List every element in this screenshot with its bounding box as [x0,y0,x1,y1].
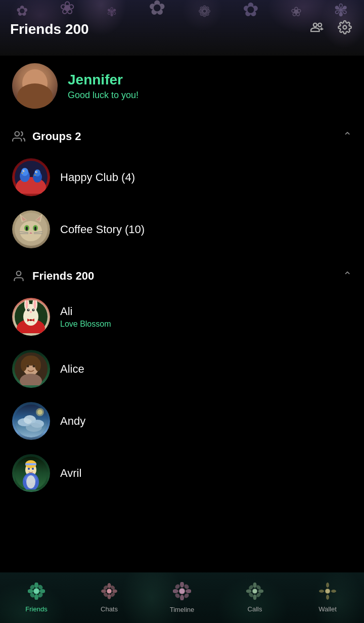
calls-nav-flower [246,583,263,603]
svg-point-76 [28,589,33,593]
add-friend-button[interactable] [308,18,327,40]
svg-point-1 [15,131,19,136]
andy-illustration [15,405,48,437]
nav-chats-label: Chats [101,605,118,613]
svg-point-102 [179,589,185,594]
friends-nav-icon [28,583,45,600]
list-item[interactable]: Andy [0,395,364,447]
timeline-nav-flower [173,582,191,604]
svg-point-99 [184,584,190,590]
friend-ali-avatar [12,298,50,336]
svg-point-84 [108,583,111,588]
svg-point-82 [34,589,39,594]
svg-point-104 [253,583,257,588]
svg-point-49 [21,359,27,371]
svg-point-5 [21,168,28,176]
svg-point-15 [20,221,42,241]
list-item[interactable]: Happy Club (4) [0,151,364,203]
svg-point-87 [112,590,117,593]
svg-point-106 [246,590,252,593]
svg-point-107 [258,590,264,593]
group-coffee-story-avatar [12,210,50,248]
svg-point-75 [34,594,38,600]
list-item[interactable]: Coffee Story (10) [0,203,364,255]
group-coffee-story-info: Coffee Story (10) [60,223,352,236]
friend-avril-name: Avril [60,467,352,480]
bottom-navigation: Friends Chats [0,572,364,623]
svg-point-52 [33,365,35,368]
friends-section-title: Friends 200 [32,270,94,283]
user-status: Good luck to you! [68,90,352,101]
profile-section[interactable]: Jennifer Good luck to you! [0,51,364,124]
svg-point-112 [253,589,257,593]
nav-friends-label: Friends [25,605,47,613]
friend-alice-name: Alice [60,363,352,376]
groups-icon [12,130,25,143]
group-happy-club-avatar [12,158,50,196]
ali-illustration [15,300,48,333]
svg-point-101 [184,593,190,599]
svg-point-86 [101,590,106,593]
svg-point-68 [28,468,30,470]
nav-chats[interactable]: Chats [73,572,146,623]
friend-andy-name: Andy [60,415,352,428]
svg-point-74 [34,583,38,588]
header-actions [308,18,354,40]
profile-info: Jennifer Good luck to you! [68,72,352,101]
friends-header-left: Friends 200 [12,270,94,283]
nav-timeline[interactable]: Timeline [146,572,218,623]
friends-section-header[interactable]: Friends 200 ⌃ [0,263,364,291]
coffee-story-illustration [15,213,48,246]
settings-button[interactable] [336,18,354,40]
svg-point-42 [30,311,32,313]
svg-rect-67 [25,463,36,465]
svg-point-77 [39,589,45,593]
svg-point-23 [34,227,36,231]
nav-friends[interactable]: Friends [0,572,73,623]
svg-point-100 [174,593,181,599]
friend-avril-info: Avril [60,467,352,480]
svg-point-98 [174,584,181,590]
groups-collapse-icon[interactable]: ⌃ [343,130,352,143]
nav-calls-label: Calls [248,605,262,613]
chats-nav-icon [101,583,118,600]
list-item[interactable]: Alice [0,343,364,395]
friend-andy-avatar [12,402,50,440]
svg-point-116 [319,590,324,593]
avatar-inner [12,158,50,196]
group-coffee-story-name: Coffee Story (10) [60,223,352,236]
avatar-inner [12,210,50,248]
groups-header-left: Groups 2 [12,130,81,143]
svg-point-114 [326,583,329,588]
friends-collapse-icon[interactable]: ⌃ [343,270,352,283]
app-header: Friends 200 [0,0,364,51]
friend-alice-avatar [12,350,50,388]
friend-ali-name: Ali [60,305,352,318]
svg-point-22 [26,227,28,231]
list-item[interactable]: Ali Love Blossom [0,291,364,343]
svg-point-115 [326,595,329,600]
svg-point-59 [26,423,42,432]
list-item[interactable]: Avril [0,447,364,499]
svg-point-92 [107,589,111,593]
friend-alice-info: Alice [60,363,352,376]
svg-point-95 [180,595,184,600]
friends-list: Ali Love Blossom A [0,291,364,499]
svg-point-72 [26,475,35,488]
wallet-nav-icon [319,583,336,600]
groups-list: Happy Club (4) [0,151,364,255]
svg-point-41 [33,309,34,310]
groups-section-header[interactable]: Groups 2 ⌃ [0,124,364,151]
svg-point-117 [331,590,336,593]
nav-wallet-label: Wallet [318,605,337,613]
gear-icon [338,20,352,34]
group-happy-club-info: Happy Club (4) [60,171,352,184]
svg-point-51 [27,365,29,368]
user-avatar [12,63,58,109]
nav-wallet[interactable]: Wallet [291,572,364,623]
friends-nav-flower [28,583,45,603]
person-add-icon [310,20,325,34]
alice-illustration [15,352,48,385]
nav-calls[interactable]: Calls [218,572,291,623]
friend-avril-avatar [12,454,50,492]
